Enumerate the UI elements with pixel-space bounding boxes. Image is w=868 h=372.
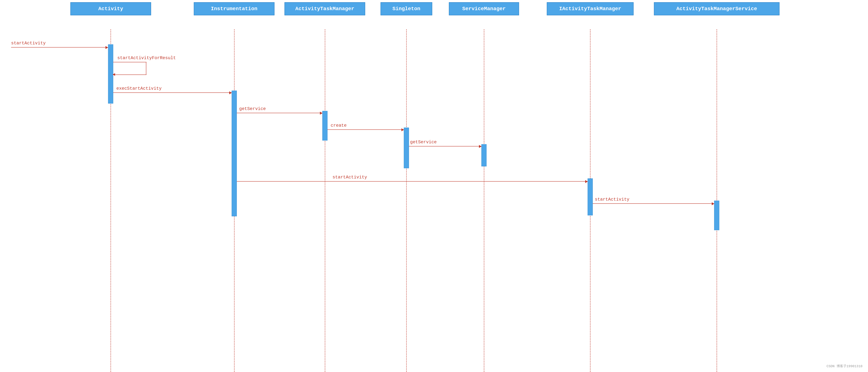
- arrow-startactivity-2: [237, 181, 588, 181]
- actor-iactivitytaskmanager: IActivityTaskManager: [547, 2, 633, 16]
- label-startactivityforresult: startActivityForResult: [117, 55, 176, 60]
- self-arrow-right: [113, 62, 147, 62]
- arrow-getservice-1: [237, 113, 322, 113]
- arrow-getservice-2: [409, 146, 482, 146]
- label-startactivity-1: startActivity: [11, 41, 45, 46]
- sequence-diagram: Activity Instrumentation ActivityTaskMan…: [0, 0, 868, 372]
- actor-instrumentation: Instrumentation: [194, 2, 275, 16]
- arrow-startactivity-1: [11, 47, 108, 48]
- activation-activitytaskmanager-1: [322, 111, 328, 141]
- actor-activity: Activity: [70, 2, 151, 16]
- lifeline-singleton: [406, 29, 407, 372]
- activation-iactivitytaskmanager-1: [588, 178, 593, 216]
- activation-atms-1: [714, 201, 719, 230]
- self-arrow-head: [113, 73, 115, 76]
- actor-servicemanager: ServiceManager: [449, 2, 519, 16]
- label-startactivity-3: startActivity: [595, 197, 629, 202]
- label-startactivity-2: startActivity: [333, 175, 367, 180]
- watermark: CSDN 博客子19901310: [827, 364, 863, 368]
- actor-singleton: Singleton: [380, 2, 432, 16]
- label-getservice-2: getService: [410, 140, 437, 145]
- self-arrow-down: [146, 62, 146, 75]
- label-getservice-1: getService: [239, 106, 266, 111]
- arrow-create: [328, 130, 404, 130]
- lifeline-servicemanager: [484, 29, 484, 372]
- lifeline-activitytaskmanager: [325, 29, 325, 372]
- label-create: create: [331, 123, 346, 128]
- self-arrow-back: [113, 75, 147, 75]
- activation-singleton-1: [404, 127, 409, 168]
- label-execstartactivity: execStartActivity: [116, 86, 162, 91]
- actor-activitytaskmanagerservice: ActivityTaskManagerService: [654, 2, 779, 16]
- arrow-execstartactivity: [113, 92, 231, 93]
- arrow-startactivity-3: [593, 203, 714, 204]
- activation-servicemanager-1: [482, 144, 487, 166]
- activation-instrumentation-1: [231, 91, 237, 216]
- actor-activitytaskmanager: ActivityTaskManager: [284, 2, 365, 16]
